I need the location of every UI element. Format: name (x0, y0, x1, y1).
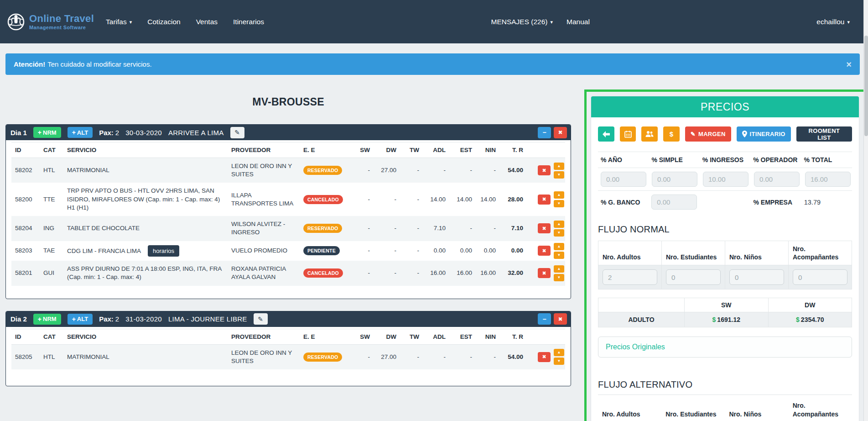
move-down-button[interactable]: ▼ (554, 358, 564, 365)
flujo-normal-title: FLUJO NORMAL (598, 224, 852, 235)
delete-day-button[interactable]: ✖ (554, 313, 567, 325)
nav-item-mensajes[interactable]: MENSAJES (226) ▾ (491, 18, 553, 26)
passengers-button[interactable] (641, 126, 658, 142)
col-8: ADL (423, 142, 449, 158)
top-navbar: Online Travel Management Software Tarifa… (0, 0, 868, 43)
service-row: 58204INGTABLET DE CHOCOLATEWILSON ALVITE… (11, 216, 565, 241)
status-badge: RESERVADO (303, 166, 342, 175)
collapse-day-button[interactable]: − (538, 313, 551, 325)
move-up-button[interactable]: ▲ (554, 191, 564, 199)
move-up-button[interactable]: ▲ (554, 163, 564, 170)
collapse-day-button[interactable]: − (538, 127, 551, 138)
cell-cat: TAE (40, 241, 63, 261)
pct-ingresos-input[interactable] (703, 172, 748, 187)
cell-estado: RESERVADO (300, 216, 351, 241)
percent-labels-row: % AÑO % SIMPLE % INGRESOS % OPERADOR % T… (598, 152, 852, 168)
move-down-button[interactable]: ▼ (554, 200, 564, 207)
cell-est: 14.00 (449, 183, 476, 216)
calendar-button[interactable] (620, 126, 636, 142)
page-scrollbar[interactable] (863, 0, 868, 421)
delete-service-button[interactable]: ✖ (538, 352, 551, 362)
price-empty-header (598, 298, 685, 312)
col-0: ID (11, 142, 40, 158)
pct-operador-input[interactable] (754, 172, 800, 187)
plus-icon: + (38, 316, 42, 323)
delete-service-button[interactable]: ✖ (538, 246, 551, 256)
move-up-button[interactable]: ▲ (554, 221, 564, 228)
cell-dw: - (374, 183, 400, 216)
edit-day-button[interactable]: ✎ (254, 313, 268, 325)
acompanantes-input[interactable] (793, 269, 847, 285)
brand-logo[interactable]: Online Travel Management Software (7, 13, 94, 31)
move-down-button[interactable]: ▼ (554, 229, 564, 237)
edit-day-button[interactable]: ✎ (230, 127, 244, 138)
move-down-button[interactable]: ▼ (554, 274, 564, 281)
adultos-input[interactable] (603, 269, 657, 285)
nav-item-itinerarios[interactable]: Itinerarios (233, 18, 264, 26)
add-nrm-button[interactable]: + NRM (33, 127, 61, 138)
calendar-icon (624, 131, 632, 138)
service-row: 58200TTETRP PRV APTO O BUS - HTL OVV 2HR… (11, 183, 565, 216)
move-up-button[interactable]: ▲ (554, 265, 564, 273)
move-down-button[interactable]: ▼ (554, 171, 564, 179)
add-alt-button[interactable]: + ALT (68, 127, 93, 138)
move-up-button[interactable]: ▲ (554, 349, 564, 356)
cell-id: 58202 (11, 158, 40, 183)
delete-service-button[interactable]: ✖ (538, 268, 551, 278)
cell-servicio: TABLET DE CHOCOLATE (63, 216, 228, 241)
cell-tw: - (400, 216, 423, 241)
delete-service-button[interactable]: ✖ (538, 165, 551, 175)
dollar-icon: $ (796, 316, 800, 323)
itinerario-button[interactable]: ITINERARIO (737, 126, 791, 142)
nav-item-cotizacion[interactable]: Cotizacion (147, 18, 180, 26)
margen-button[interactable]: ✎ MARGEN (685, 126, 731, 142)
status-badge: RESERVADO (303, 224, 342, 233)
add-alt-button[interactable]: + ALT (68, 314, 93, 325)
nav-item-tarifas[interactable]: Tarifas ▾ (106, 18, 132, 26)
cell-adl: - (423, 158, 449, 183)
col-estudiantes: Nro. Estudiantes (661, 405, 725, 421)
col-1: CAT (40, 329, 63, 344)
col-adultos: Nro. Adultos (598, 241, 662, 265)
col-3: PROVEEDOR (228, 329, 300, 344)
pct-operador-label: % OPERADOR (750, 152, 801, 168)
rooment-list-button[interactable]: ROOMENT LIST (796, 126, 852, 142)
pct-ingresos-label: % INGRESOS (700, 152, 750, 168)
flujo-normal-table: Nro. Adultos Nro. Estudiantes Nro. Niños… (598, 241, 852, 289)
nav-item-manual[interactable]: Manual (567, 18, 590, 26)
col-2: SERVICIO (63, 329, 228, 344)
pct-ano-input[interactable] (601, 172, 646, 187)
day2-label: Dia 2 (10, 315, 27, 323)
move-down-button[interactable]: ▼ (554, 252, 564, 259)
precios-header: PRECIOS (591, 96, 859, 117)
plus-icon: + (72, 316, 76, 323)
col-2: SERVICIO (63, 142, 228, 158)
pct-simple-input[interactable] (652, 172, 697, 187)
pct-total-input[interactable] (805, 172, 851, 187)
cell-est: - (449, 216, 476, 241)
estudiantes-input[interactable] (666, 269, 721, 285)
ninos-input[interactable] (729, 269, 784, 285)
user-menu[interactable]: echaillou ▾ (816, 18, 850, 26)
cell-est: - (449, 158, 476, 183)
horarios-button[interactable]: horarios (148, 245, 179, 257)
scrollbar-thumb[interactable] (864, 36, 868, 136)
back-button[interactable] (598, 126, 614, 142)
dollar-button[interactable]: $ (663, 126, 680, 142)
nav-item-ventas[interactable]: Ventas (196, 18, 218, 26)
cell-nin: 0.00 (476, 241, 499, 261)
col-6: DW (374, 329, 400, 344)
delete-service-button[interactable]: ✖ (538, 223, 551, 233)
banco-input[interactable] (651, 195, 697, 210)
cell-adl: 16.00 (423, 261, 449, 285)
close-icon[interactable]: × (846, 61, 852, 68)
day-panel-1: Dia 1 + NRM + ALT Pax:2 30-03-2020 ARRIV… (5, 124, 571, 299)
delete-service-button[interactable]: ✖ (538, 195, 551, 205)
cell-nin: 14.00 (476, 183, 499, 216)
cell-tr: 28.00 (499, 183, 527, 216)
add-nrm-button[interactable]: + NRM (33, 314, 61, 325)
delete-day-button[interactable]: ✖ (554, 127, 567, 138)
cell-dw: 27.00 (374, 158, 400, 183)
precios-originales-link[interactable]: Precios Originales (606, 343, 665, 351)
move-up-button[interactable]: ▲ (554, 243, 564, 250)
